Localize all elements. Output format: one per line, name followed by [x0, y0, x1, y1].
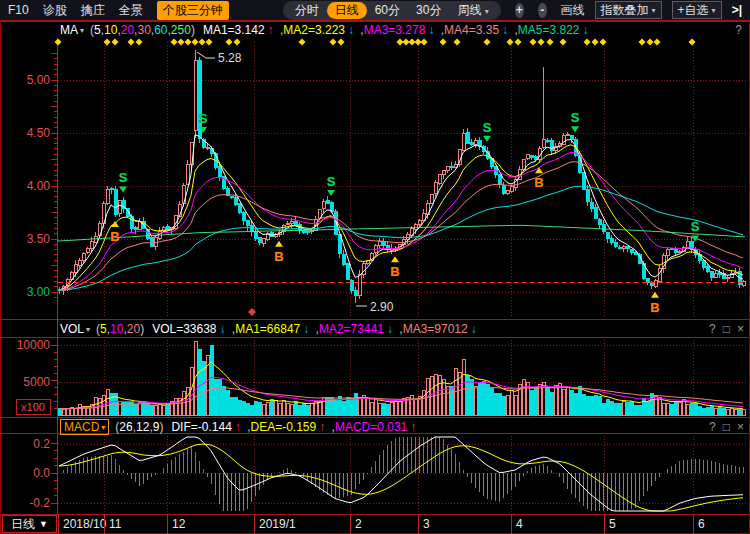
- axis-month-label: 4: [511, 515, 523, 534]
- svg-text:S: S: [691, 219, 700, 234]
- ma-params: (5,10,20,30,60,250): [90, 23, 195, 37]
- trend-arrow-icon: ↓: [220, 322, 226, 336]
- svg-text:S: S: [483, 120, 492, 135]
- axis-month-label: 2: [350, 515, 362, 534]
- draw-line-button[interactable]: 画线: [561, 2, 585, 19]
- svg-text:-0.2: -0.2: [29, 496, 50, 510]
- comma: ,: [244, 420, 251, 434]
- indicator-value: MA5=3.822: [518, 23, 580, 37]
- svg-text:B: B: [650, 300, 659, 315]
- indicator-value: DIF=-0.144: [171, 420, 231, 434]
- trend-arrow-icon: ↓: [387, 322, 393, 336]
- param: 26: [119, 420, 132, 434]
- period-tab-group: 分时 日线 60分 30分 周线 ▾: [283, 1, 501, 20]
- macd-indicator-selector[interactable]: MACD▾: [60, 419, 109, 435]
- add-watchlist-button[interactable]: +自选▾: [672, 1, 722, 19]
- param: 10: [104, 23, 117, 37]
- svg-text:3.50: 3.50: [27, 232, 51, 246]
- ma-indicator-selector[interactable]: MA▾: [60, 23, 84, 37]
- tab-weekly[interactable]: 周线 ▾: [449, 2, 496, 19]
- trend-arrow-icon: ↑: [410, 420, 416, 434]
- svg-text:4.00: 4.00: [27, 179, 51, 193]
- stock-chart-window: 5.004.504.003.503.00100005000x1000.20.0-…: [0, 0, 750, 534]
- comma: ,: [328, 420, 335, 434]
- param: 30: [137, 23, 150, 37]
- tab-daily[interactable]: 日线: [327, 2, 367, 19]
- diagnose-stock-button[interactable]: 诊股: [43, 2, 67, 19]
- ma-values: MA1=3.142↑ ,MA2=3.223↓ ,MA3=3.278↓ ,MA4=…: [203, 23, 592, 37]
- close-icon[interactable]: ×: [737, 322, 744, 336]
- svg-text:0.0: 0.0: [33, 466, 50, 480]
- comma: ,: [312, 322, 319, 336]
- macd-params: (26,12,9): [115, 420, 163, 434]
- param: 60: [154, 23, 167, 37]
- help-icon[interactable]: ?: [709, 322, 716, 336]
- svg-text:5.28: 5.28: [218, 51, 242, 65]
- indicator-value: MA2=73441: [319, 322, 384, 336]
- axis-month-label: 12: [167, 515, 185, 534]
- comma: ,: [511, 23, 518, 37]
- help-icon[interactable]: ?: [735, 23, 742, 37]
- index-overlay-button[interactable]: 指数叠加▾: [595, 1, 662, 19]
- macd-header: MACD▾ (26,12,9) DIF=-0.144↑ ,DEA=-0.159↑…: [0, 419, 750, 435]
- svg-text:B: B: [110, 229, 119, 244]
- indicator-value: MACD=0.031: [335, 420, 407, 434]
- trend-arrow-icon: ↓: [502, 23, 508, 37]
- svg-text:B: B: [390, 264, 399, 279]
- param: 250: [171, 23, 191, 37]
- chevron-down-icon: ▾: [485, 7, 489, 16]
- paren: ): [159, 420, 163, 434]
- svg-text:5000: 5000: [23, 375, 50, 389]
- zoom-in-button[interactable]: +: [515, 3, 524, 18]
- zoom-out-button[interactable]: -: [538, 3, 547, 18]
- ma-header: MA▾ (5,10,20,30,60,250) MA1=3.142↑ ,MA2=…: [0, 22, 750, 38]
- param: 5: [100, 322, 107, 336]
- axis-month-label: 5: [604, 515, 616, 534]
- svg-text:3.00: 3.00: [27, 285, 51, 299]
- catch-banker-button[interactable]: 擒庄: [81, 2, 105, 19]
- param: 12: [136, 420, 149, 434]
- chevron-down-icon: ▾: [712, 6, 716, 15]
- chevron-down-icon: ▾: [80, 26, 84, 35]
- svg-text:x100: x100: [21, 401, 45, 413]
- vol-params: (5,10,20): [96, 322, 144, 336]
- tab-60min[interactable]: 60分: [367, 2, 408, 19]
- indicator-value: MA2=3.223: [283, 23, 345, 37]
- vol-indicator-selector[interactable]: VOL▾: [60, 322, 90, 336]
- panorama-button[interactable]: 全景: [119, 2, 143, 19]
- indicator-value: MA1=3.142: [203, 23, 265, 37]
- macd-values: DIF=-0.144↑ ,DEA=-0.159↑ ,MACD=0.031↑: [171, 420, 419, 434]
- trend-arrow-icon: ↓: [471, 322, 477, 336]
- trend-arrow-icon: ↑: [319, 420, 325, 434]
- close-icon[interactable]: ×: [737, 420, 744, 434]
- f10-button[interactable]: F10: [8, 3, 29, 17]
- paren: ): [191, 23, 195, 37]
- help-icon[interactable]: ?: [709, 420, 716, 434]
- svg-text:S: S: [119, 170, 128, 185]
- svg-text:B: B: [534, 175, 543, 190]
- comma: ,: [396, 322, 403, 336]
- trend-arrow-icon: ↑: [235, 420, 241, 434]
- maximize-icon[interactable]: □: [723, 420, 730, 434]
- charts-svg: 5.004.504.003.503.00100005000x1000.20.0-…: [0, 0, 750, 534]
- tab-intraday[interactable]: 分时: [287, 2, 327, 19]
- period-indicator[interactable]: 日线▼: [2, 515, 57, 533]
- indicator-value: MA3=3.278: [364, 23, 426, 37]
- indicator-value: VOL=33638: [152, 322, 216, 336]
- bottom-axis: 日线▼ 2018/1011122019/123456: [0, 515, 750, 533]
- collapse-panel-icon[interactable]: >|: [732, 3, 742, 17]
- paren: ): [140, 322, 144, 336]
- tab-30min[interactable]: 30分: [408, 2, 449, 19]
- svg-text:S: S: [571, 110, 580, 125]
- trend-arrow-icon: ↓: [428, 23, 434, 37]
- chevron-down-icon: ▾: [86, 325, 90, 334]
- stock-3min-button[interactable]: 个股三分钟: [157, 1, 229, 20]
- param: 20: [121, 23, 134, 37]
- indicator-value: MA4=3.35: [444, 23, 499, 37]
- top-toolbar: F10 诊股 擒庄 全景 个股三分钟 分时 日线 60分 30分 周线 ▾ + …: [0, 0, 750, 21]
- svg-text:0.2: 0.2: [33, 437, 50, 451]
- vol-panel-icons: ? □ ×: [709, 322, 744, 336]
- axis-month-label: 6: [693, 515, 705, 534]
- maximize-icon[interactable]: □: [723, 322, 730, 336]
- trend-arrow-icon: ↓: [348, 23, 354, 37]
